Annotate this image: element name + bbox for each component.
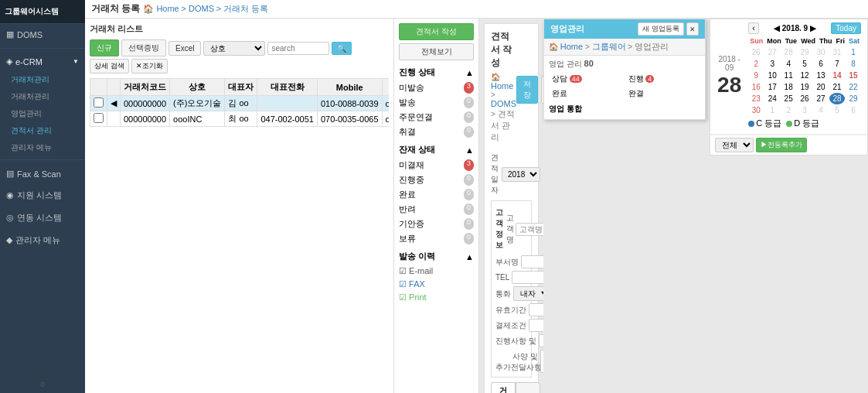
progress-item[interactable]: 미발송3 bbox=[399, 80, 474, 95]
cal-day[interactable]: 5 bbox=[829, 104, 845, 116]
cal-day[interactable]: 9 bbox=[748, 70, 764, 81]
cal-day[interactable]: 31 bbox=[829, 46, 845, 58]
cal-day[interactable]: 26 bbox=[797, 93, 812, 104]
cal-day[interactable]: 13 bbox=[813, 70, 829, 81]
dept-input[interactable] bbox=[521, 255, 543, 268]
cal-day[interactable]: 16 bbox=[748, 81, 764, 93]
excel-button[interactable]: Excel bbox=[168, 41, 201, 56]
cal-day[interactable]: 15 bbox=[846, 70, 861, 81]
bc-gw[interactable]: 그룹웨어 bbox=[592, 42, 626, 51]
valid-period-input[interactable] bbox=[529, 303, 543, 316]
cal-day[interactable]: 3 bbox=[797, 104, 812, 116]
search-input[interactable] bbox=[267, 42, 329, 55]
table-row[interactable]: 000000000 oooINC 최 oo 047-002-0051 070-0… bbox=[90, 111, 390, 127]
cal-day[interactable]: 27 bbox=[764, 46, 780, 58]
cal-day[interactable]: 14 bbox=[829, 70, 845, 81]
sidebar-item-doms[interactable]: ▦ DOMS bbox=[0, 24, 85, 45]
today-btn[interactable]: Today bbox=[831, 22, 861, 34]
breadcrumb-home[interactable]: 🏠 Home bbox=[143, 4, 179, 13]
expand-icon2[interactable]: ▲ bbox=[465, 145, 474, 155]
sidebar-sub-business[interactable]: 거래처관리 bbox=[0, 71, 85, 88]
tab-history[interactable]: 거래내역보기 bbox=[491, 382, 516, 393]
cal-day[interactable]: 2 bbox=[781, 104, 796, 116]
status-progress[interactable]: 진행 4 bbox=[625, 72, 701, 86]
search-button[interactable]: 🔍 bbox=[332, 42, 352, 55]
cal-day[interactable]: 21 bbox=[829, 81, 845, 93]
sidebar-item-accounting[interactable]: ◉ 지원 시스템 bbox=[0, 184, 85, 207]
progress-item[interactable]: 취결0 bbox=[399, 125, 474, 139]
sidebar-sub-contact[interactable]: 거래처관리 bbox=[0, 88, 85, 105]
clear-button[interactable]: ✕조기화 bbox=[131, 59, 168, 73]
cal-day[interactable]: 28 bbox=[781, 46, 796, 58]
cal-day[interactable]: 5 bbox=[797, 58, 812, 70]
select-add-button[interactable]: 선택증빙 bbox=[121, 39, 166, 56]
balance-item[interactable]: 완료0 bbox=[399, 187, 474, 202]
cal-day[interactable]: 27 bbox=[813, 93, 829, 104]
cal-day[interactable]: 17 bbox=[764, 81, 780, 93]
cal-day[interactable]: 20 bbox=[813, 81, 829, 93]
cal-day[interactable]: 1 bbox=[846, 46, 861, 58]
cal-day[interactable]: 24 bbox=[764, 93, 780, 104]
cal-day[interactable]: 30 bbox=[748, 104, 764, 116]
currency-select[interactable]: 내자 외자 bbox=[513, 286, 543, 301]
bc-home[interactable]: Home bbox=[491, 81, 513, 91]
table-row[interactable]: ◀ 000000000 (주)오오기술 김 oo 010-0088-0039 o… bbox=[90, 96, 390, 111]
cal-day[interactable]: 18 bbox=[781, 81, 796, 93]
detail-search-button[interactable]: 상세 검색 bbox=[90, 59, 129, 73]
bc-home2[interactable]: Home bbox=[560, 42, 583, 51]
write-quote-button[interactable]: 견적서 작성 bbox=[399, 23, 474, 40]
status-consult[interactable]: 상담 44 bbox=[549, 72, 625, 86]
cal-day[interactable]: 26 bbox=[748, 46, 764, 58]
cal-day[interactable]: 25 bbox=[781, 93, 796, 104]
save-button[interactable]: 저장 bbox=[516, 76, 538, 104]
progress-item[interactable]: 주문연결0 bbox=[399, 110, 474, 125]
cal-filter-select[interactable]: 전체 bbox=[715, 138, 754, 152]
status-complete[interactable]: 완료 bbox=[549, 87, 625, 101]
cal-day[interactable]: 30 bbox=[813, 46, 829, 58]
cal-day[interactable]: 6 bbox=[846, 104, 861, 116]
balance-item[interactable]: 기안증0 bbox=[399, 217, 474, 231]
tab-delete[interactable]: 선택삭제 bbox=[516, 382, 540, 393]
cal-day[interactable]: 23 bbox=[748, 93, 764, 104]
payment-input[interactable] bbox=[529, 319, 543, 332]
all-view-button[interactable]: 전체보기 bbox=[399, 43, 474, 60]
prev-month-btn[interactable]: ‹ bbox=[748, 22, 758, 34]
cal-day[interactable]: 19 bbox=[797, 81, 812, 93]
expand-icon3[interactable]: ▲ bbox=[465, 252, 474, 261]
sidebar-item-fax[interactable]: ▤ Fax & Scan bbox=[0, 163, 85, 184]
balance-item[interactable]: 보류0 bbox=[399, 231, 474, 246]
cal-day[interactable]: 3 bbox=[764, 58, 780, 70]
status-finish[interactable]: 완결 bbox=[625, 87, 701, 101]
cal-day[interactable]: 12 bbox=[797, 70, 812, 81]
sidebar-item-ecrm[interactable]: ◈ e-CRM ▼ bbox=[0, 52, 85, 71]
add-button[interactable]: 신규 bbox=[90, 39, 119, 56]
cal-day[interactable]: 29 bbox=[797, 46, 812, 58]
cal-day[interactable]: 8 bbox=[846, 58, 861, 70]
customer-name-input[interactable] bbox=[516, 223, 543, 236]
cal-day[interactable]: 10 bbox=[764, 70, 780, 81]
expand-icon[interactable]: ▲ bbox=[465, 68, 474, 77]
cal-day[interactable]: 4 bbox=[813, 104, 829, 116]
new-sales-btn[interactable]: 새 영업등록 bbox=[638, 22, 684, 36]
row-check[interactable] bbox=[94, 97, 104, 108]
cal-day[interactable]: 2 bbox=[748, 58, 764, 70]
add-schedule-btn[interactable]: ▶전등록추가 bbox=[756, 138, 807, 152]
sidebar-sub-quote[interactable]: 견적서 관리 bbox=[0, 122, 85, 139]
balance-item[interactable]: 진행중0 bbox=[399, 173, 474, 187]
sidebar-item-admin2[interactable]: ◆ 관리자 메뉴 bbox=[0, 229, 85, 251]
cal-today[interactable]: 28 bbox=[829, 93, 845, 104]
cal-day[interactable]: 7 bbox=[829, 58, 845, 70]
year-select[interactable]: 2018 bbox=[502, 167, 540, 182]
cal-day[interactable]: 4 bbox=[781, 58, 796, 70]
cal-day[interactable]: 29 bbox=[846, 93, 861, 104]
close-overlay-btn[interactable]: ✕ bbox=[686, 22, 699, 36]
balance-item[interactable]: 반려0 bbox=[399, 202, 474, 217]
cal-day[interactable]: 11 bbox=[781, 70, 796, 81]
cal-day[interactable]: 1 bbox=[764, 104, 780, 116]
sidebar-item-online[interactable]: ◎ 연동 시스템 bbox=[0, 207, 85, 229]
cal-day[interactable]: 22 bbox=[846, 81, 861, 93]
bc-doms[interactable]: DOMS bbox=[491, 99, 516, 108]
sidebar-sub-sales[interactable]: 영업관리 bbox=[0, 105, 85, 122]
cal-day[interactable]: 6 bbox=[813, 58, 829, 70]
breadcrumb-doms[interactable]: DOMS bbox=[189, 4, 214, 13]
